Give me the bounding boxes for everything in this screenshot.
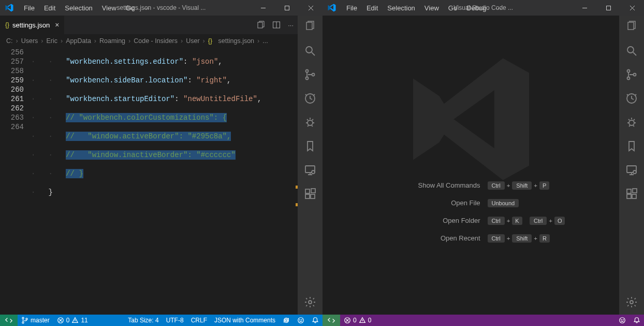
notifications-icon[interactable] bbox=[308, 317, 323, 324]
settings-gear-icon[interactable] bbox=[303, 295, 317, 309]
notifications-icon[interactable] bbox=[630, 317, 644, 324]
bookmark-icon[interactable] bbox=[624, 139, 639, 153]
menu-selection[interactable]: Selection bbox=[61, 2, 96, 14]
remote-explorer-icon[interactable] bbox=[624, 163, 639, 177]
keybinding: Ctrl+Shift+R bbox=[488, 234, 550, 243]
window-title: Visual Studio Code ... bbox=[453, 4, 513, 11]
svg-point-21 bbox=[309, 301, 312, 304]
svg-rect-17 bbox=[305, 189, 310, 193]
svg-rect-18 bbox=[305, 194, 310, 199]
source-control-icon[interactable] bbox=[303, 67, 317, 82]
open-changes-icon[interactable] bbox=[257, 21, 265, 29]
problems-indicator[interactable]: 0 0 bbox=[340, 315, 375, 326]
breadcrumbs[interactable]: C:› Users› Eric› AppData› Roaming› Code … bbox=[0, 34, 298, 48]
svg-rect-1 bbox=[285, 6, 289, 10]
window-title: settings.json - vscode - Visual ... bbox=[117, 4, 206, 11]
svg-point-12 bbox=[312, 74, 315, 76]
svg-point-11 bbox=[306, 77, 309, 80]
svg-point-39 bbox=[627, 70, 630, 73]
bc-root[interactable]: C: bbox=[6, 37, 13, 45]
menu-view[interactable]: View bbox=[420, 2, 443, 14]
feedback-icon[interactable] bbox=[615, 317, 630, 324]
maximize-button[interactable] bbox=[596, 0, 620, 16]
keybinding: Unbound bbox=[488, 199, 519, 207]
titlebar-left: File Edit Selection View Go ··· settings… bbox=[0, 0, 323, 16]
menu-selection[interactable]: Selection bbox=[383, 2, 419, 14]
svg-rect-19 bbox=[311, 194, 315, 199]
split-editor-icon[interactable] bbox=[272, 21, 281, 29]
bookmark-icon[interactable] bbox=[303, 139, 317, 153]
svg-rect-49 bbox=[633, 189, 637, 193]
explorer-icon[interactable] bbox=[624, 20, 639, 34]
activity-bar-left bbox=[298, 16, 323, 315]
svg-point-56 bbox=[621, 320, 622, 320]
svg-point-16 bbox=[312, 171, 315, 174]
svg-line-9 bbox=[312, 52, 315, 55]
close-button[interactable] bbox=[620, 0, 644, 16]
svg-rect-46 bbox=[627, 189, 631, 193]
tab-settings-json[interactable]: {} settings.json × bbox=[0, 16, 64, 34]
source-control-icon[interactable] bbox=[624, 67, 639, 82]
search-icon[interactable] bbox=[303, 44, 317, 58]
search-icon[interactable] bbox=[624, 44, 639, 58]
svg-rect-48 bbox=[632, 194, 636, 199]
debug-icon[interactable] bbox=[303, 115, 317, 130]
git-branch[interactable]: master bbox=[18, 315, 53, 326]
welcome-command-row: Open FolderCtrl+K Ctrl+O bbox=[377, 217, 565, 225]
tab-bar: {} settings.json × ··· bbox=[0, 16, 298, 34]
svg-point-29 bbox=[298, 318, 304, 323]
debug-icon[interactable] bbox=[624, 115, 639, 130]
code-content[interactable]: · · "workbench.settings.editor": "json",… bbox=[31, 48, 298, 315]
minimize-button[interactable] bbox=[573, 0, 596, 16]
minimize-button[interactable] bbox=[251, 0, 275, 16]
svg-point-14 bbox=[308, 120, 313, 125]
svg-rect-7 bbox=[306, 22, 312, 30]
language-mode[interactable]: JSON with Comments bbox=[211, 317, 279, 324]
explorer-icon[interactable] bbox=[303, 20, 317, 34]
tab-close-icon[interactable]: × bbox=[55, 21, 59, 29]
svg-rect-47 bbox=[627, 194, 631, 199]
svg-point-23 bbox=[22, 322, 24, 323]
command-label: Open Folder bbox=[377, 217, 480, 224]
more-actions-icon[interactable]: ··· bbox=[288, 21, 294, 29]
overview-ruler-marker bbox=[296, 203, 298, 206]
problems-indicator[interactable]: 0 11 bbox=[53, 315, 92, 326]
remote-explorer-icon[interactable] bbox=[303, 163, 317, 177]
svg-rect-36 bbox=[628, 22, 634, 30]
remote-indicator[interactable] bbox=[323, 315, 340, 326]
svg-point-40 bbox=[627, 77, 630, 80]
svg-line-38 bbox=[633, 52, 636, 55]
json-file-icon: {} bbox=[5, 21, 9, 29]
titlebar-right: File Edit Selection View Go Debug ··· Vi… bbox=[323, 0, 644, 16]
settings-gear-icon[interactable] bbox=[624, 295, 639, 309]
svg-point-22 bbox=[22, 317, 24, 319]
menu-file[interactable]: File bbox=[342, 2, 361, 14]
vscode-watermark-icon bbox=[399, 47, 544, 192]
svg-point-50 bbox=[630, 301, 633, 304]
extensions-icon[interactable] bbox=[624, 187, 639, 201]
encoding[interactable]: UTF-8 bbox=[163, 317, 187, 324]
menu-file[interactable]: File bbox=[20, 2, 39, 14]
timeline-icon[interactable] bbox=[303, 91, 317, 106]
code-editor[interactable]: 256 257 258 259 260 261 262 263 264 · · … bbox=[0, 48, 298, 315]
svg-point-55 bbox=[620, 318, 625, 323]
maximize-button[interactable] bbox=[275, 0, 299, 16]
tab-label: settings.json bbox=[12, 21, 50, 29]
timeline-icon[interactable] bbox=[624, 91, 639, 106]
svg-point-10 bbox=[306, 70, 309, 73]
remote-indicator[interactable] bbox=[0, 315, 18, 326]
close-button[interactable] bbox=[299, 0, 323, 16]
extensions-icon[interactable] bbox=[303, 187, 317, 201]
svg-rect-33 bbox=[606, 6, 610, 10]
sync-icon[interactable] bbox=[279, 317, 294, 324]
svg-rect-20 bbox=[311, 189, 315, 193]
keybinding: Ctrl+K Ctrl+O bbox=[488, 217, 565, 225]
menu-edit[interactable]: Edit bbox=[40, 2, 60, 14]
svg-point-41 bbox=[634, 74, 636, 76]
menu-edit[interactable]: Edit bbox=[362, 2, 382, 14]
feedback-icon[interactable] bbox=[294, 317, 308, 324]
svg-point-8 bbox=[306, 47, 312, 53]
tab-size[interactable]: Tab Size: 4 bbox=[124, 317, 162, 324]
welcome-view: Show All CommandsCtrl+Shift+POpen FileUn… bbox=[323, 16, 619, 315]
eol[interactable]: CRLF bbox=[187, 317, 211, 324]
